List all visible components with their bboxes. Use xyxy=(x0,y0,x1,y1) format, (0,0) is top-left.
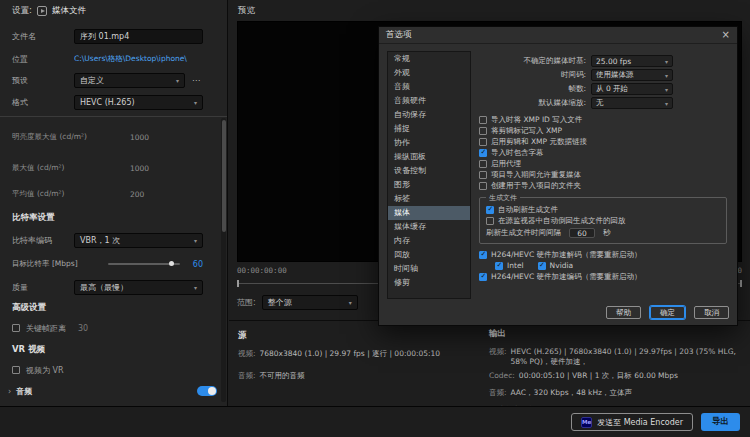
timebase-label: 不确定的媒体时基: xyxy=(523,56,586,66)
send-to-media-encoder-button[interactable]: Me 发送至 Media Encoder xyxy=(571,413,693,431)
quality-label: 质量 xyxy=(12,282,74,293)
output-video-label: 视频: xyxy=(489,347,507,367)
rewind-row: 在源监视器中自动倒回生成文件的回放 xyxy=(486,215,720,226)
clip-markers-checkbox[interactable] xyxy=(479,127,487,135)
hw-vendor-row: Intel Nvidia xyxy=(495,260,731,271)
rewind-label: 在源监视器中自动倒回生成文件的回放 xyxy=(498,216,626,226)
hdr-max-brightness-value: 1000 xyxy=(130,133,149,142)
format-label: 格式 xyxy=(12,97,74,108)
hw-decode-checkbox[interactable] xyxy=(479,251,487,259)
timebase-select[interactable]: 25.00 fps ▾ xyxy=(591,55,673,67)
preset-select[interactable]: 自定义 ▾ xyxy=(74,73,185,88)
preset-more-button[interactable]: ⋯ xyxy=(189,73,203,88)
proxies-checkbox[interactable] xyxy=(479,160,487,168)
category-item[interactable]: 音频 xyxy=(388,80,470,94)
export-button[interactable]: 导出 xyxy=(701,413,740,431)
timecode-pref-select[interactable]: 使用媒体源 ▾ xyxy=(591,69,673,81)
dialog-titlebar[interactable]: 首选项 × xyxy=(379,27,737,44)
media-scaling-row: 默认媒体缩放: 无 ▾ xyxy=(479,97,673,109)
output-codec-value: 00:00:05:10 | VBR | 1 次，目标 60.00 Mbps xyxy=(519,371,678,381)
chevron-down-icon: ▾ xyxy=(194,284,197,291)
chevron-right-icon: › xyxy=(8,387,11,396)
source-audio-value: 不可用的音频 xyxy=(260,371,305,381)
category-item[interactable]: 标签 xyxy=(388,192,470,206)
quality-select[interactable]: 最高（最慢） ▾ xyxy=(74,280,203,295)
category-item[interactable]: 回放 xyxy=(388,248,470,262)
framecount-label: 帧数: xyxy=(568,84,586,94)
category-item[interactable]: 修剪 xyxy=(388,276,470,290)
media-scaling-select[interactable]: 无 ▾ xyxy=(591,97,673,109)
preferences-category-list: 常规 外观 音频 音频硬件 自动保存 捕捉 协作 操纵面板 设备控制 图形 标签… xyxy=(387,51,471,299)
out-point-handle[interactable] xyxy=(740,280,742,287)
category-item-media[interactable]: 媒体 xyxy=(388,206,470,220)
hw-encode-checkbox[interactable] xyxy=(479,273,487,281)
hdr-avg-value: 200 xyxy=(130,190,144,199)
cancel-button[interactable]: 取消 xyxy=(694,306,729,319)
dialog-buttons: 帮助 确定 取消 xyxy=(606,306,729,319)
import-folder-checkbox[interactable] xyxy=(479,182,487,190)
help-button[interactable]: 帮助 xyxy=(606,306,641,319)
category-item[interactable]: 设备控制 xyxy=(388,164,470,178)
framecount-select[interactable]: 从 0 开始 ▾ xyxy=(591,83,673,95)
category-item[interactable]: 常规 xyxy=(388,52,470,66)
category-item[interactable]: 媒体缓存 xyxy=(388,220,470,234)
format-select[interactable]: HEVC (H.265) ▾ xyxy=(74,95,203,110)
audio-section-header[interactable]: › 音频 xyxy=(8,383,217,399)
category-item[interactable]: 外观 xyxy=(388,66,470,80)
settings-header: 设置: 媒体文件 xyxy=(12,5,86,17)
range-value: 整个源 xyxy=(268,297,292,308)
vr-checkbox[interactable] xyxy=(12,366,20,374)
auto-refresh-checkbox[interactable] xyxy=(486,206,494,214)
hdr-max-row: 最大值 (cd/m²) 1000 xyxy=(12,160,203,176)
metadata-link-checkbox[interactable] xyxy=(479,138,487,146)
framecount-row: 帧数: 从 0 开始 ▾ xyxy=(479,83,673,95)
filename-row: 文件名 序列 01.mp4 xyxy=(12,28,203,44)
bitrate-encoding-value: VBR，1 次 xyxy=(80,235,120,246)
duplicate-media-checkbox[interactable] xyxy=(479,171,487,179)
format-row: 格式 HEVC (H.265) ▾ xyxy=(12,94,203,110)
category-item[interactable]: 捕捉 xyxy=(388,122,470,136)
dialog-title: 首选项 xyxy=(386,29,412,41)
category-item[interactable]: 音频硬件 xyxy=(388,94,470,108)
chevron-down-icon: ▾ xyxy=(194,99,197,106)
category-item[interactable]: 时间轴 xyxy=(388,262,470,276)
preferences-dialog: 首选项 × 常规 外观 音频 音频硬件 自动保存 捕捉 协作 操纵面板 设备控制… xyxy=(378,26,738,326)
hdr-max-value: 1000 xyxy=(130,164,149,173)
export-window: 设置: 媒体文件 文件名 序列 01.mp4 位置 C:\Users\格格\De… xyxy=(0,0,750,437)
vr-section-title: VR 视频 xyxy=(12,344,45,356)
chevron-down-icon: ▾ xyxy=(194,237,197,244)
category-item[interactable]: 图形 xyxy=(388,178,470,192)
ok-button[interactable]: 确定 xyxy=(650,306,685,319)
slider-handle[interactable] xyxy=(169,261,174,266)
rewind-checkbox[interactable] xyxy=(486,217,494,225)
nvidia-checkbox[interactable] xyxy=(538,262,546,270)
refresh-interval-input[interactable]: 60 xyxy=(569,228,595,238)
target-bitrate-slider[interactable] xyxy=(108,263,180,265)
advanced-section-title: 高级设置 xyxy=(12,302,46,314)
bitrate-encoding-select[interactable]: VBR，1 次 ▾ xyxy=(74,233,203,248)
in-point-handle[interactable] xyxy=(237,280,239,287)
keyframe-checkbox[interactable] xyxy=(12,324,20,332)
category-item[interactable]: 协作 xyxy=(388,136,470,150)
filename-input[interactable]: 序列 01.mp4 xyxy=(74,29,203,44)
bitrate-encoding-label: 比特率编码 xyxy=(12,235,74,246)
pref-checkbox-row: 启用代理 xyxy=(479,158,731,169)
preset-value: 自定义 xyxy=(80,75,104,86)
send-button-label: 发送至 Media Encoder xyxy=(597,417,683,428)
close-icon[interactable]: × xyxy=(722,30,730,40)
xmp-id-checkbox[interactable] xyxy=(479,116,487,124)
category-item[interactable]: 自动保存 xyxy=(388,108,470,122)
category-item[interactable]: 操纵面板 xyxy=(388,150,470,164)
chevron-down-icon: ▾ xyxy=(665,100,668,107)
scrollbar-thumb[interactable] xyxy=(222,120,226,232)
location-link[interactable]: C:\Users\格格\Desktop\iphone\ xyxy=(74,54,187,64)
captions-checkbox[interactable] xyxy=(479,149,487,157)
category-item[interactable]: 内存 xyxy=(388,234,470,248)
range-select[interactable]: 整个源 ▾ xyxy=(262,295,358,310)
intel-checkbox[interactable] xyxy=(495,262,503,270)
source-video-value: 7680x3840 (1.0) | 29.97 fps | 逐行 | 00:00… xyxy=(260,349,441,359)
output-audio-label: 音频: xyxy=(489,388,507,398)
settings-scrollbar[interactable] xyxy=(221,118,226,402)
range-row: 范围: 整个源 ▾ xyxy=(237,295,358,310)
audio-toggle[interactable] xyxy=(197,386,217,396)
